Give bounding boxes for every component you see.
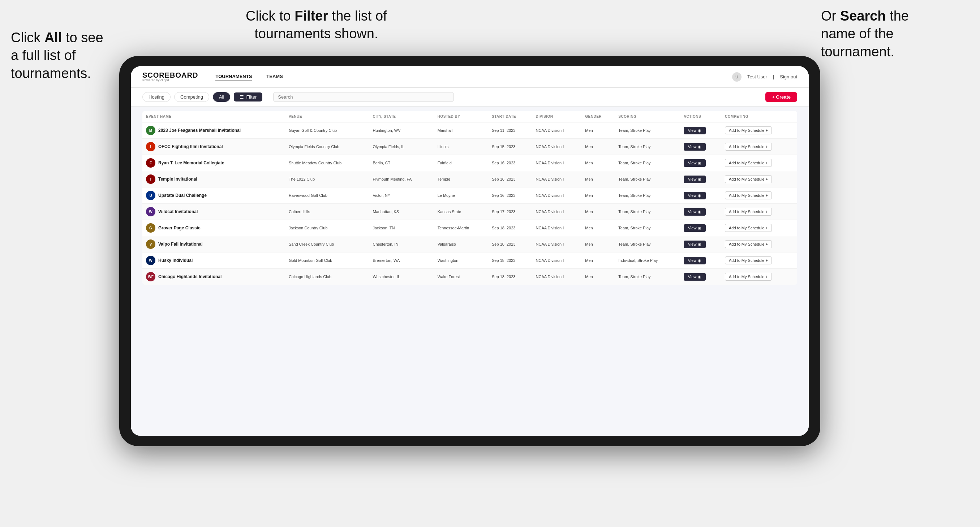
add-schedule-button-5[interactable]: Add to My Schedule + (725, 208, 772, 216)
search-input[interactable] (273, 92, 454, 102)
cell-date-2: Sep 16, 2023 (488, 155, 532, 171)
add-schedule-button-7[interactable]: Add to My Schedule + (725, 240, 772, 248)
cell-division-1: NCAA Division I (532, 139, 582, 155)
tab-all[interactable]: All (213, 92, 230, 102)
cell-division-6: NCAA Division I (532, 220, 582, 236)
table-row: T Temple Invitational The 1912 Club Plym… (142, 171, 797, 187)
cell-gender-8: Men (581, 252, 615, 269)
cell-scoring-5: Team, Stroke Play (615, 204, 680, 220)
cell-scoring-2: Team, Stroke Play (615, 155, 680, 171)
cell-event-1: I OFCC Fighting Illini Invitational (142, 139, 285, 155)
cell-division-9: NCAA Division I (532, 269, 582, 285)
nav-tournaments[interactable]: TOURNAMENTS (215, 72, 252, 81)
cell-actions-2: View ◉ (680, 155, 721, 171)
col-division: DIVISION (532, 111, 582, 122)
cell-scoring-7: Team, Stroke Play (615, 236, 680, 252)
cell-date-8: Sep 18, 2023 (488, 252, 532, 269)
add-schedule-button-4[interactable]: Add to My Schedule + (725, 191, 772, 199)
add-schedule-button-3[interactable]: Add to My Schedule + (725, 175, 772, 183)
cell-division-7: NCAA Division I (532, 236, 582, 252)
cell-gender-2: Men (581, 155, 615, 171)
user-avatar: U (732, 72, 741, 82)
cell-scoring-6: Team, Stroke Play (615, 220, 680, 236)
logo-title: SCOREBOARD (142, 71, 198, 79)
col-hosted-by: HOSTED BY (434, 111, 488, 122)
add-schedule-button-8[interactable]: Add to My Schedule + (725, 256, 772, 264)
view-button-0[interactable]: View ◉ (684, 127, 706, 134)
table-row: V Valpo Fall Invitational Sand Creek Cou… (142, 236, 797, 252)
team-logo-9: WF (146, 272, 155, 281)
cell-date-5: Sep 17, 2023 (488, 204, 532, 220)
cell-hosted-5: Kansas State (434, 204, 488, 220)
filter-button[interactable]: ☰ Filter (234, 92, 262, 102)
cell-division-2: NCAA Division I (532, 155, 582, 171)
nav-teams[interactable]: TEAMS (266, 72, 283, 81)
add-schedule-button-2[interactable]: Add to My Schedule + (725, 159, 772, 167)
sign-out-link[interactable]: Sign out (780, 74, 797, 79)
table-row: WF Chicago Highlands Invitational Chicag… (142, 269, 797, 285)
col-actions: ACTIONS (680, 111, 721, 122)
event-name-7: Valpo Fall Invitational (158, 242, 203, 247)
cell-division-3: NCAA Division I (532, 171, 582, 187)
col-gender: GENDER (581, 111, 615, 122)
add-schedule-button-1[interactable]: Add to My Schedule + (725, 143, 772, 151)
view-button-4[interactable]: View ◉ (684, 192, 706, 199)
toolbar: Hosting Competing All ☰ Filter + Create (131, 88, 809, 106)
view-button-6[interactable]: View ◉ (684, 224, 706, 232)
cell-event-6: G Grover Page Classic (142, 220, 285, 236)
cell-competing-0: Add to My Schedule + (721, 122, 797, 139)
event-name-2: Ryan T. Lee Memorial Collegiate (158, 160, 224, 165)
table-row: U Upstate Dual Challenge Ravenwood Golf … (142, 187, 797, 204)
eye-icon-5: ◉ (698, 210, 702, 214)
col-competing: COMPETING (721, 111, 797, 122)
cell-scoring-3: Team, Stroke Play (615, 171, 680, 187)
col-event-name: EVENT NAME (142, 111, 285, 122)
cell-scoring-0: Team, Stroke Play (615, 122, 680, 139)
cell-scoring-9: Team, Stroke Play (615, 269, 680, 285)
search-box (273, 92, 454, 102)
add-schedule-button-0[interactable]: Add to My Schedule + (725, 126, 772, 134)
table-row: I OFCC Fighting Illini Invitational Olym… (142, 139, 797, 155)
annotation-all: Click All to seea full list oftournament… (11, 29, 134, 83)
cell-city-2: Berlin, CT (369, 155, 434, 171)
cell-venue-6: Jackson Country Club (285, 220, 369, 236)
cell-event-5: W Wildcat Invitational (142, 204, 285, 220)
table-row: G Grover Page Classic Jackson Country Cl… (142, 220, 797, 236)
cell-event-9: WF Chicago Highlands Invitational (142, 269, 285, 285)
team-logo-7: V (146, 240, 155, 249)
eye-icon-7: ◉ (698, 242, 702, 247)
table-body: M 2023 Joe Feaganes Marshall Invitationa… (142, 122, 797, 285)
tab-competing[interactable]: Competing (174, 92, 209, 102)
tablet-frame: SCOREBOARD Powered by clippd TOURNAMENTS… (119, 56, 820, 446)
cell-venue-2: Shuttle Meadow Country Club (285, 155, 369, 171)
add-schedule-button-9[interactable]: Add to My Schedule + (725, 273, 772, 281)
view-button-3[interactable]: View ◉ (684, 176, 706, 183)
cell-actions-0: View ◉ (680, 122, 721, 139)
col-city-state: CITY, STATE (369, 111, 434, 122)
view-button-7[interactable]: View ◉ (684, 241, 706, 248)
view-button-8[interactable]: View ◉ (684, 257, 706, 264)
cell-competing-9: Add to My Schedule + (721, 269, 797, 285)
cell-hosted-1: Illinois (434, 139, 488, 155)
cell-gender-5: Men (581, 204, 615, 220)
eye-icon-4: ◉ (698, 193, 702, 198)
eye-icon-3: ◉ (698, 177, 702, 182)
annotation-search: Or Search thename of thetournament. (821, 7, 958, 61)
cell-gender-6: Men (581, 220, 615, 236)
cell-city-4: Victor, NY (369, 187, 434, 204)
event-name-4: Upstate Dual Challenge (158, 193, 207, 198)
view-button-5[interactable]: View ◉ (684, 208, 706, 216)
tab-hosting[interactable]: Hosting (142, 92, 170, 102)
view-button-1[interactable]: View ◉ (684, 143, 706, 151)
cell-date-4: Sep 16, 2023 (488, 187, 532, 204)
cell-competing-2: Add to My Schedule + (721, 155, 797, 171)
event-name-5: Wildcat Invitational (158, 209, 198, 214)
create-button[interactable]: + Create (765, 92, 797, 102)
annotation-filter: Click to Filter the list oftournaments s… (246, 7, 387, 43)
add-schedule-button-6[interactable]: Add to My Schedule + (725, 224, 772, 232)
view-button-9[interactable]: View ◉ (684, 273, 706, 281)
view-button-2[interactable]: View ◉ (684, 159, 706, 167)
cell-actions-7: View ◉ (680, 236, 721, 252)
cell-actions-9: View ◉ (680, 269, 721, 285)
cell-city-8: Bremerton, WA (369, 252, 434, 269)
